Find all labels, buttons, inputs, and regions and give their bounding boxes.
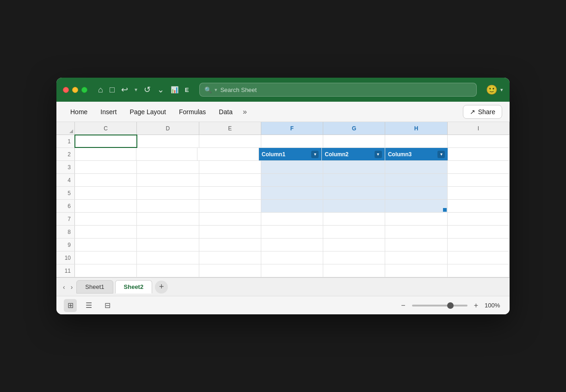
- cell-f5[interactable]: [261, 187, 323, 199]
- cell-h9[interactable]: [385, 239, 447, 251]
- cell-d10[interactable]: [137, 251, 199, 264]
- redo-icon[interactable]: ↺: [142, 83, 152, 96]
- cell-d4[interactable]: [137, 174, 199, 186]
- cell-c11[interactable]: [75, 264, 137, 277]
- cell-i10[interactable]: [448, 251, 510, 264]
- cell-g6[interactable]: [323, 200, 385, 212]
- menu-data[interactable]: Data: [212, 105, 239, 118]
- cell-d11[interactable]: [137, 264, 199, 277]
- cell-c3[interactable]: [75, 161, 137, 173]
- cell-g2-header[interactable]: Column2 ▾: [322, 148, 385, 160]
- cell-f10[interactable]: [261, 251, 323, 264]
- cell-e11[interactable]: [199, 264, 261, 277]
- cell-g3[interactable]: [323, 161, 385, 173]
- col1-filter-btn[interactable]: ▾: [311, 151, 319, 158]
- cell-e2[interactable]: [197, 148, 259, 160]
- fullscreen-button[interactable]: [81, 87, 87, 93]
- cell-d8[interactable]: [137, 226, 199, 238]
- cell-f11[interactable]: [261, 264, 323, 277]
- col-header-h[interactable]: H: [385, 122, 447, 135]
- cell-i3[interactable]: [448, 161, 510, 173]
- cell-f2-header[interactable]: Column1 ▾: [259, 148, 322, 160]
- menu-more[interactable]: »: [239, 105, 251, 119]
- cell-f7[interactable]: [261, 213, 323, 225]
- more-icon[interactable]: ⌄: [156, 83, 166, 96]
- zoom-slider[interactable]: [412, 305, 468, 306]
- cell-f6[interactable]: [261, 200, 323, 212]
- cell-i2[interactable]: [448, 148, 510, 160]
- cell-c6[interactable]: [75, 200, 137, 212]
- account-icon[interactable]: 🙂: [486, 84, 498, 95]
- cell-d6[interactable]: [137, 200, 199, 212]
- cell-h2-header[interactable]: Column3 ▾: [385, 148, 449, 160]
- col-header-g[interactable]: G: [323, 122, 385, 135]
- cell-e5[interactable]: [199, 187, 261, 199]
- cell-c10[interactable]: [75, 251, 137, 264]
- undo-chevron[interactable]: ▾: [133, 85, 139, 94]
- cell-e4[interactable]: [199, 174, 261, 186]
- cell-h11[interactable]: [385, 264, 447, 277]
- sheet-tab-sheet1[interactable]: Sheet1: [76, 280, 113, 294]
- menu-formulas[interactable]: Formulas: [172, 105, 212, 118]
- home-icon[interactable]: ⌂: [97, 84, 105, 96]
- cell-g7[interactable]: [323, 213, 385, 225]
- cell-g8[interactable]: [323, 226, 385, 238]
- page-layout-view-btn[interactable]: ☰: [82, 299, 95, 312]
- cell-c4[interactable]: [75, 174, 137, 186]
- cell-h8[interactable]: [385, 226, 447, 238]
- cell-e9[interactable]: [199, 239, 261, 251]
- cell-f3[interactable]: [261, 161, 323, 173]
- cell-f4[interactable]: [261, 174, 323, 186]
- page-break-view-btn[interactable]: ⊟: [101, 299, 114, 312]
- cell-i8[interactable]: [448, 226, 510, 238]
- cell-g11[interactable]: [323, 264, 385, 277]
- cell-i6[interactable]: [448, 200, 510, 212]
- account-chevron[interactable]: ▾: [500, 87, 503, 93]
- col-header-i[interactable]: I: [448, 122, 510, 135]
- cell-c2[interactable]: [75, 148, 136, 160]
- resize-handle[interactable]: [443, 208, 447, 212]
- cell-d5[interactable]: [137, 187, 199, 199]
- cell-g9[interactable]: [323, 239, 385, 251]
- search-bar[interactable]: 🔍 ▾ Search Sheet: [199, 83, 477, 97]
- cell-d3[interactable]: [137, 161, 199, 173]
- cell-e8[interactable]: [199, 226, 261, 238]
- cell-d9[interactable]: [137, 239, 199, 251]
- menu-insert[interactable]: Insert: [94, 105, 123, 118]
- cell-h7[interactable]: [385, 213, 447, 225]
- zoom-in-btn[interactable]: +: [471, 300, 481, 311]
- cell-d2[interactable]: [136, 148, 198, 160]
- cell-c9[interactable]: [75, 239, 137, 251]
- close-button[interactable]: [63, 87, 69, 93]
- col-header-d[interactable]: D: [137, 122, 199, 135]
- col-header-f[interactable]: F: [261, 122, 323, 135]
- cell-h3[interactable]: [385, 161, 447, 173]
- autosave-icon[interactable]: E: [184, 85, 191, 95]
- cell-i4[interactable]: [448, 174, 510, 186]
- col-header-e[interactable]: E: [199, 122, 261, 135]
- cell-e1[interactable]: [199, 135, 261, 147]
- tab-prev-btn[interactable]: ‹: [60, 282, 68, 293]
- col-header-c[interactable]: C: [75, 122, 137, 135]
- cell-i9[interactable]: [448, 239, 510, 251]
- cell-i1[interactable]: [448, 135, 510, 147]
- cell-c5[interactable]: [75, 187, 137, 199]
- cell-c1[interactable]: [75, 135, 137, 147]
- normal-view-btn[interactable]: ⊞: [64, 299, 77, 312]
- zoom-out-btn[interactable]: −: [398, 300, 408, 311]
- cell-f1[interactable]: [261, 135, 323, 147]
- cell-i11[interactable]: [448, 264, 510, 277]
- cell-c8[interactable]: [75, 226, 137, 238]
- cell-e10[interactable]: [199, 251, 261, 264]
- cell-e6[interactable]: [199, 200, 261, 212]
- col2-filter-btn[interactable]: ▾: [375, 151, 382, 158]
- cell-e7[interactable]: [199, 213, 261, 225]
- cell-i7[interactable]: [448, 213, 510, 225]
- sheet-tab-sheet2[interactable]: Sheet2: [115, 280, 153, 294]
- cell-e3[interactable]: [199, 161, 261, 173]
- cell-f8[interactable]: [261, 226, 323, 238]
- cell-g1[interactable]: [323, 135, 385, 147]
- save-icon[interactable]: □: [108, 84, 116, 96]
- minimize-button[interactable]: [72, 87, 78, 93]
- menu-page-layout[interactable]: Page Layout: [123, 105, 172, 118]
